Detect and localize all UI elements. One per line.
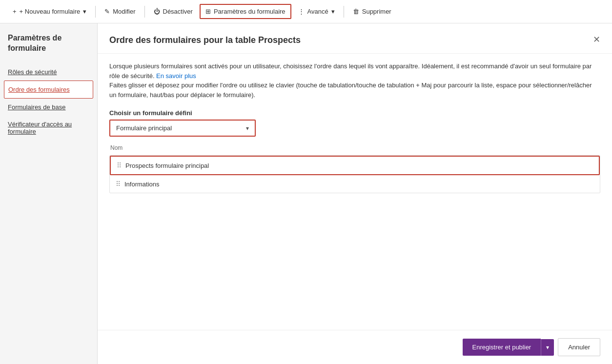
learn-more-link[interactable]: En savoir plus <box>156 72 196 80</box>
form-select-wrapper[interactable]: Formulaire principal Formulaire de créat… <box>109 120 256 137</box>
settings-title: Paramètres de formulaire <box>0 33 97 63</box>
save-publish-button[interactable]: Enregistrer et publier <box>463 339 541 356</box>
form-group-select: Choisir un formulaire défini Formulaire … <box>109 109 600 137</box>
toolbar-divider-2 <box>144 6 145 18</box>
list-item-prospects[interactable]: ⠿ Prospects formulaire principal <box>110 156 600 175</box>
nav-base[interactable]: Formulaires de base <box>0 99 97 116</box>
toolbar-divider-3 <box>344 6 344 18</box>
advanced-button[interactable]: ⋮ Avancé ▾ <box>293 5 340 18</box>
nav-roles[interactable]: Rôles de sécurité <box>0 63 97 81</box>
nav-order[interactable]: Ordre des formulaires <box>4 81 93 99</box>
modal-body: Lorsque plusieurs formulaires sont activ… <box>98 54 612 330</box>
modify-label: Modifier <box>113 8 135 15</box>
power-icon: ⏻ <box>154 8 160 15</box>
params-button[interactable]: ⊞ Paramètres du formulaire <box>200 4 291 19</box>
delete-label: Supprimer <box>362 8 391 15</box>
save-dropdown-button[interactable]: ▾ <box>541 339 554 356</box>
deactivate-label: Désactiver <box>163 8 193 15</box>
cancel-button[interactable]: Annuler <box>558 338 600 356</box>
new-form-label: + Nouveau formulaire <box>20 8 81 15</box>
main-area: Tables › Prospects › Formulaires ▾ Nom ↑… <box>0 23 612 364</box>
nav-verif[interactable]: Vérificateur d'accès au formulaire <box>0 116 97 140</box>
dropdown-arrow-icon: ▾ <box>83 8 86 15</box>
form-order-list: ⠿ Prospects formulaire principal ⠿ Infor… <box>109 155 600 193</box>
modal-header: Ordre des formulaires pour la table Pros… <box>98 23 612 54</box>
params-icon: ⊞ <box>205 8 211 15</box>
toolbar: + + Nouveau formulaire ▾ ✎ Modifier ⏻ Dé… <box>0 0 612 23</box>
form-group-list: Nom ⠿ Prospects formulaire principal ⠿ I… <box>109 144 600 193</box>
formulaire-select[interactable]: Formulaire principal Formulaire de créat… <box>110 121 240 136</box>
dropdown-arrow-icon-2: ▾ <box>331 8 335 15</box>
modal-description: Lorsque plusieurs formulaires sont activ… <box>109 61 600 100</box>
plus-icon: + <box>13 8 17 15</box>
modal-title: Ordre des formulaires pour la table Pros… <box>109 35 301 45</box>
list-item-informations[interactable]: ⠿ Informations <box>110 175 600 193</box>
delete-button[interactable]: 🗑 Supprimer <box>348 5 396 18</box>
list-item-label: Prospects formulaire principal <box>125 162 209 169</box>
trash-icon: 🗑 <box>353 8 359 15</box>
modal-footer: Enregistrer et publier ▾ Annuler <box>98 330 612 364</box>
advanced-icon: ⋮ <box>298 8 305 15</box>
pencil-icon: ✎ <box>104 8 110 15</box>
modal-close-button[interactable]: ✕ <box>593 35 600 44</box>
settings-panel: Paramètres de formulaire Rôles de sécuri… <box>0 23 98 364</box>
select-dropdown-icon: ▾ <box>240 125 255 132</box>
modal-backdrop: Paramètres de formulaire Rôles de sécuri… <box>0 23 612 364</box>
toolbar-divider-1 <box>95 6 96 18</box>
drag-handle-icon: ⠿ <box>117 162 122 169</box>
deactivate-button[interactable]: ⏻ Désactiver <box>149 5 198 18</box>
select-label: Choisir un formulaire défini <box>109 109 600 117</box>
modal-content: Ordre des formulaires pour la table Pros… <box>98 23 612 364</box>
drag-handle-icon: ⠿ <box>116 180 121 188</box>
list-column-label: Nom <box>109 144 600 151</box>
advanced-label: Avancé <box>307 8 328 15</box>
new-form-button[interactable]: + + Nouveau formulaire ▾ <box>8 5 91 18</box>
list-item-label: Informations <box>124 181 160 188</box>
instruction-text: Faites glisser et déposez pour modifier … <box>109 81 592 99</box>
modify-button[interactable]: ✎ Modifier <box>100 5 140 18</box>
params-label: Paramètres du formulaire <box>214 8 286 15</box>
